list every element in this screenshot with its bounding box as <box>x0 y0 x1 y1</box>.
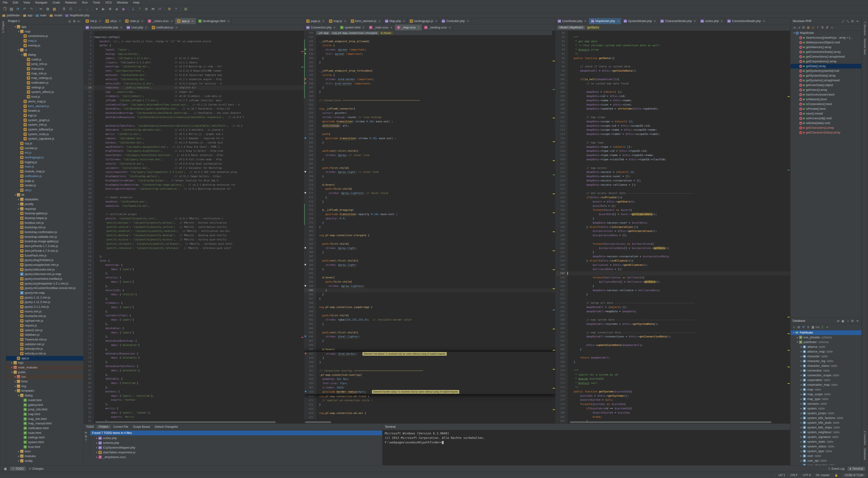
db-item-character_status[interactable]: ▸▦character_status: table <box>790 363 861 368</box>
tree-item-notification-html[interactable]: Hnotification.html <box>6 426 83 431</box>
chevron-down-icon[interactable]: ▾ <box>17 393 20 398</box>
tree-item-raphael-min-js[interactable]: JSraphael-min.js <box>6 318 83 323</box>
tab-mapmodel-php[interactable]: phpMapModel.php✕ <box>589 18 622 24</box>
tree-item-velocity-ui-min-js[interactable]: JSvelocity.ui.min.js <box>6 351 83 356</box>
vcs-update-icon[interactable]: ⇣ <box>130 6 136 12</box>
menu-item-vcs[interactable]: VCS <box>103 0 114 5</box>
tool-button-todo[interactable]: ☰TODO <box>10 467 26 471</box>
tree-item-system_killboard-js[interactable]: JSsystem_killboard.js <box>6 127 83 132</box>
chevron-right-icon[interactable]: ▸ <box>800 416 803 420</box>
tab-systemmodel-php[interactable]: phpSystemModel.php✕ <box>622 18 658 24</box>
tree-item-slidebars-js[interactable]: JSslidebars.js <box>6 332 83 337</box>
settings-icon[interactable]: ⚙ <box>166 6 173 12</box>
todo-tab-project[interactable]: Project <box>97 425 110 428</box>
tab-page-js[interactable]: JSpage.js✕ <box>304 18 327 24</box>
tool-button-terminal[interactable]: ▮Terminal <box>847 467 865 471</box>
cut-icon[interactable]: ✂ <box>38 6 44 12</box>
editor-left[interactable]: 12requirejs.config({3 baseUrl: 'js', // … <box>84 31 304 423</box>
db-item-system_kills_pods[interactable]: ▸▦system_kills_pods: table <box>790 420 861 425</box>
tree-item-contextmenu-js[interactable]: JScontextmenu.js <box>6 34 83 38</box>
close-icon[interactable]: ✕ <box>141 20 143 23</box>
tree-item-manual-js[interactable]: JSmanual.js <box>6 66 83 71</box>
context-chip[interactable]: .pf-map <box>316 31 330 35</box>
chevron-right-icon[interactable]: ▸ <box>800 354 803 359</box>
chevron-down-icon[interactable]: ▾ <box>796 340 799 345</box>
error-stripe-mark[interactable] <box>553 193 555 194</box>
chevron-right-icon[interactable]: ▸ <box>800 378 803 382</box>
tree-item-dialog[interactable]: ▾dialog <box>6 53 83 57</box>
tree-item-settings-js[interactable]: JSsettings.js <box>6 85 83 90</box>
status-vcs-branch[interactable]: Git: master <box>813 473 832 477</box>
chevron-right-icon[interactable]: ▸ <box>800 406 803 411</box>
tree-item-init-js[interactable]: JSinit.js <box>6 151 83 155</box>
error-stripe-mark[interactable] <box>787 96 790 97</box>
chevron-right-icon[interactable]: ▸ <box>800 373 803 378</box>
db-item-map[interactable]: ▸▦map: table <box>790 387 861 392</box>
tree-item-bootbox-min-js[interactable]: JSbootbox.min.js <box>6 221 83 225</box>
horizontal-scrollbar[interactable] <box>305 421 331 423</box>
redo-icon[interactable]: ↷ <box>28 6 34 12</box>
context-chip[interactable]: &:hover <box>379 31 393 35</box>
tree-item-page-js[interactable]: JSpage.js <box>6 179 83 183</box>
structure-item-isalliance[interactable]: misAlliance():bool <box>790 97 861 102</box>
error-stripe-mark[interactable] <box>553 329 555 329</box>
tree-item-gallery-html[interactable]: Hgallery.html <box>6 403 83 407</box>
save-icon[interactable]: ▤ <box>8 6 14 12</box>
chevron-right-icon[interactable]: ▸ <box>10 365 13 370</box>
tree-item-node_modules[interactable]: ▸node_modules <box>6 365 83 370</box>
structure-item-getconnectiondata[interactable]: mgetConnectionData():array <box>790 50 861 54</box>
chevron-right-icon[interactable]: ▸ <box>17 458 20 463</box>
error-stripe-mark[interactable] <box>787 383 790 384</box>
tree-item-lib[interactable]: ▾lib <box>6 193 83 197</box>
table-view-icon[interactable]: ▦ <box>811 325 815 329</box>
tree-item-select2-min-js[interactable]: JSselect2.min.js <box>6 328 83 333</box>
error-stripe-mark[interactable] <box>553 369 555 370</box>
close-icon[interactable]: ✕ <box>390 26 392 29</box>
error-stripe-mark[interactable] <box>301 51 303 52</box>
breadcrumb-item[interactable]: MapModel.php <box>69 14 90 17</box>
chevron-right-icon[interactable]: ▸ <box>17 454 20 458</box>
tree-item-map-js[interactable]: JSmap.js <box>6 38 83 43</box>
tree-item-img[interactable]: ▸img <box>6 384 83 389</box>
tree-item-blueimp-helper-js[interactable]: JSblueimp-helper.js <box>6 216 83 221</box>
chevron-right-icon[interactable]: ▸ <box>95 455 98 459</box>
tree-item-easepack-min-js[interactable]: JSEasePack.min.js <box>6 253 83 258</box>
chevron-down-icon[interactable]: ▾ <box>14 388 17 393</box>
refresh-icon[interactable]: ⟳ <box>801 325 806 329</box>
tab-accesscontroller-php[interactable]: phpAccessController.php✕ <box>84 24 125 31</box>
close-icon[interactable]: ✕ <box>378 20 380 23</box>
ddl-icon[interactable]: DDL <box>815 326 820 328</box>
tab-user-php[interactable]: phpUser.php✕ <box>125 24 150 31</box>
menu-item-window[interactable]: Window <box>114 0 130 5</box>
tab-usermodel-php[interactable]: phpUserModel.php✕ <box>556 18 589 24</box>
structure-item-getcharacters[interactable]: mgetCharacters():array <box>790 125 861 130</box>
db-item-system_status[interactable]: ▸▦system_status: table <box>790 444 861 449</box>
upload-icon[interactable]: ↥ <box>820 325 825 329</box>
db-item-eve_phoebe[interactable]: ▸Seve_phoebe: schema <box>790 335 861 340</box>
vcs-commit-icon[interactable]: ⇡ <box>137 6 143 12</box>
gear-icon[interactable]: ⚙ <box>850 18 855 24</box>
context-chip[interactable]: svg.pf-map-connection-stargate <box>331 31 379 35</box>
chevron-right-icon[interactable]: ▸ <box>95 441 98 445</box>
tree-item-counter-js[interactable]: JScounter.js <box>6 146 83 151</box>
editor-right[interactable]: 9091 /**92 * get map data93 * -> this in… <box>556 31 790 423</box>
autoscroll-editor-icon[interactable]: ⇵ <box>825 26 830 29</box>
tree-item-demo_map-js[interactable]: JSdemo_map.js <box>6 99 83 104</box>
tab-util-js[interactable]: JSutil.js✕ <box>103 18 123 24</box>
tree-item-public[interactable]: ▾public <box>6 370 83 375</box>
db-item-system_neighbour[interactable]: ▸▦system_neighbour: table <box>790 430 861 435</box>
tree-item-ccp-js[interactable]: JSccp.js <box>6 141 83 146</box>
structure-item-getuserdata[interactable]: mgetUserData():object <box>790 83 861 88</box>
db-item-system_static[interactable]: ▸▦system_static: table <box>790 439 861 444</box>
structure-root-mapmodel[interactable]: ▾cMapModel <box>790 31 861 35</box>
error-stripe-mark[interactable] <box>553 350 555 351</box>
tree-item-jquery-min-map[interactable]: {}jquery.min.map <box>6 290 83 295</box>
terminal-prompt[interactable]: F:\webpages\exodus4d\pathfinder> <box>382 440 790 445</box>
tree-item-system_route-js[interactable]: JSsystem_route.js <box>6 132 83 136</box>
close-icon[interactable]: ✕ <box>721 20 723 23</box>
show-fields-icon[interactable]: ⊟ <box>801 26 806 29</box>
group-methods-icon[interactable]: ʸ <box>815 26 820 29</box>
refresh-icon[interactable]: ⟳ <box>84 431 88 435</box>
breadcrumb-item[interactable]: pathfinder <box>6 14 21 17</box>
duplicate-icon[interactable]: ⧉ <box>796 325 801 329</box>
